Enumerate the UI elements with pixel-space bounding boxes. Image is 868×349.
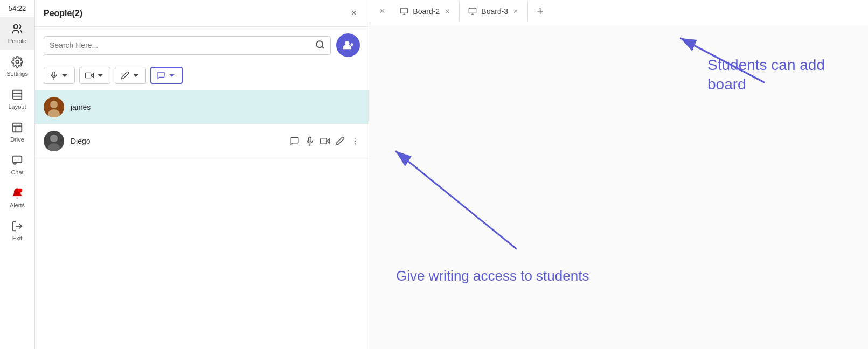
svg-rect-16 bbox=[53, 72, 55, 76]
svg-marker-26 bbox=[327, 139, 329, 143]
pen-toolbar-button[interactable] bbox=[115, 67, 146, 84]
layout-icon bbox=[10, 88, 24, 102]
svg-rect-8 bbox=[13, 156, 22, 163]
people-panel: People(2) × bbox=[35, 0, 369, 349]
tab-board2[interactable]: Board-2 × bbox=[391, 2, 460, 21]
tab-board3-label: Board-3 bbox=[481, 7, 508, 16]
close-board2-button[interactable]: × bbox=[444, 7, 450, 16]
chat-icon bbox=[10, 153, 24, 167]
svg-point-9 bbox=[18, 189, 22, 192]
search-submit-button[interactable] bbox=[315, 40, 325, 51]
svg-point-20 bbox=[50, 101, 58, 108]
search-input[interactable] bbox=[50, 41, 312, 50]
svg-rect-27 bbox=[321, 138, 327, 144]
mic-toolbar-button[interactable] bbox=[44, 67, 75, 84]
svg-rect-34 bbox=[469, 8, 476, 13]
add-board-button[interactable]: + bbox=[530, 0, 550, 23]
sidebar-item-drive[interactable]: Drive bbox=[0, 115, 34, 148]
close-board3-button[interactable]: × bbox=[512, 7, 519, 16]
alerts-icon bbox=[10, 186, 24, 200]
main-area: × Board-2 × Board-3 × + Give wri bbox=[369, 0, 868, 349]
annotation-area: Give writing access to students Students… bbox=[369, 23, 868, 349]
exit-icon bbox=[10, 219, 24, 233]
svg-point-1 bbox=[16, 60, 19, 64]
sidebar-alerts-label: Alerts bbox=[10, 202, 25, 208]
person-chat-icon[interactable] bbox=[290, 136, 300, 146]
add-person-button[interactable] bbox=[336, 33, 360, 57]
sidebar-item-layout[interactable]: Layout bbox=[0, 82, 34, 115]
person-video-icon[interactable] bbox=[320, 136, 330, 146]
video-toolbar-button[interactable] bbox=[79, 67, 110, 84]
person-actions-diego bbox=[290, 136, 360, 146]
svg-point-13 bbox=[345, 41, 349, 45]
sidebar-people-label: People bbox=[8, 38, 26, 44]
sidebar-layout-label: Layout bbox=[8, 103, 26, 110]
avatar-diego bbox=[44, 131, 64, 151]
tab-board2-label: Board-2 bbox=[413, 7, 440, 16]
people-list: james Diego bbox=[35, 90, 369, 349]
person-pen-icon[interactable] bbox=[335, 136, 345, 146]
settings-icon bbox=[10, 55, 24, 69]
person-mic-icon[interactable] bbox=[305, 136, 315, 146]
svg-point-29 bbox=[355, 141, 356, 142]
svg-line-39 bbox=[395, 151, 517, 249]
svg-rect-31 bbox=[401, 8, 408, 13]
board-tabs: × Board-2 × Board-3 × + bbox=[369, 0, 868, 23]
svg-point-22 bbox=[50, 135, 58, 142]
sidebar-settings-label: Settings bbox=[6, 71, 28, 77]
avatar-james bbox=[44, 97, 64, 117]
sidebar-time: 54:22 bbox=[9, 4, 26, 12]
svg-point-28 bbox=[355, 138, 356, 139]
sidebar-item-settings[interactable]: Settings bbox=[0, 50, 34, 82]
people-header: People(2) × bbox=[35, 0, 369, 27]
person-name-diego: Diego bbox=[71, 137, 283, 145]
sidebar-item-people[interactable]: People bbox=[0, 17, 34, 50]
person-item-james[interactable]: james bbox=[35, 90, 369, 124]
board2-tab-icon bbox=[400, 7, 408, 16]
svg-rect-2 bbox=[13, 90, 22, 100]
board3-tab-icon bbox=[468, 7, 477, 16]
svg-point-30 bbox=[355, 143, 356, 144]
svg-point-23 bbox=[48, 143, 60, 151]
sidebar-item-alerts[interactable]: Alerts bbox=[0, 181, 34, 214]
svg-line-12 bbox=[322, 46, 323, 48]
sidebar-exit-label: Exit bbox=[12, 235, 22, 241]
sidebar-chat-label: Chat bbox=[11, 169, 23, 176]
toolbar-row bbox=[35, 64, 369, 90]
svg-marker-18 bbox=[91, 74, 94, 78]
tab-board3[interactable]: Board-3 × bbox=[460, 2, 528, 21]
chat-toolbar-button[interactable] bbox=[150, 67, 183, 84]
drive-icon bbox=[10, 121, 24, 135]
person-item-diego[interactable]: Diego bbox=[35, 124, 369, 158]
write-access-annotation: Give writing access to students bbox=[396, 268, 589, 284]
close-empty-tab-button[interactable]: × bbox=[373, 1, 391, 22]
people-panel-title: People(2) bbox=[44, 9, 82, 18]
students-add-annotation: Students can add board bbox=[707, 55, 825, 95]
svg-rect-5 bbox=[13, 123, 22, 132]
svg-rect-19 bbox=[86, 73, 91, 78]
person-more-icon[interactable] bbox=[350, 136, 360, 146]
people-icon bbox=[10, 22, 24, 36]
search-box bbox=[44, 36, 331, 55]
svg-rect-24 bbox=[309, 137, 311, 142]
person-name-james: james bbox=[71, 103, 360, 111]
sidebar: 54:22 People Settings bbox=[0, 0, 35, 349]
svg-point-11 bbox=[316, 41, 323, 47]
svg-point-21 bbox=[48, 109, 60, 117]
sidebar-drive-label: Drive bbox=[10, 136, 24, 143]
sidebar-item-exit[interactable]: Exit bbox=[0, 214, 34, 247]
close-people-panel-button[interactable]: × bbox=[348, 6, 360, 20]
sidebar-item-chat[interactable]: Chat bbox=[0, 148, 34, 181]
svg-point-0 bbox=[14, 25, 18, 29]
search-row bbox=[35, 27, 369, 64]
